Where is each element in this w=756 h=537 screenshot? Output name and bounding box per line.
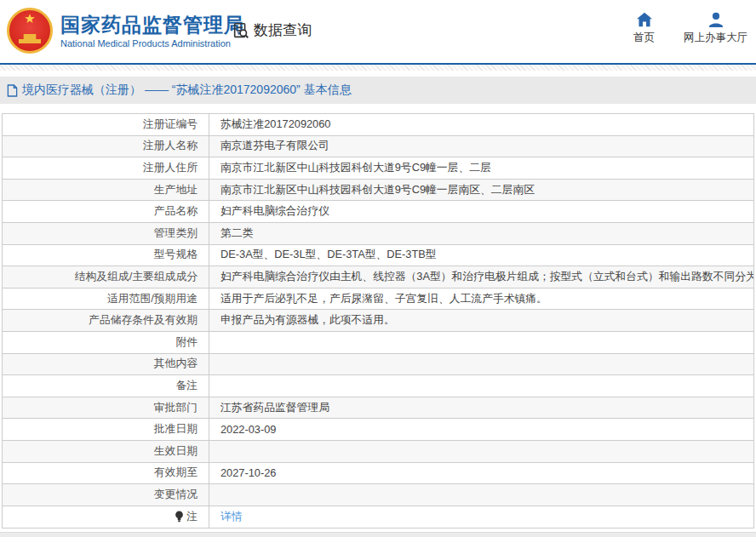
row-value: 详情 <box>209 506 753 528</box>
table-row: 产品名称 妇产科电脑综合治疗仪 <box>3 201 753 223</box>
row-label: 注 <box>3 506 209 528</box>
row-label-text: 结构及组成/主要组成成分 <box>75 270 198 284</box>
row-label-text: 附件 <box>175 335 198 350</box>
row-label: 生效日期 <box>3 441 209 462</box>
detail-link[interactable]: 详情 <box>220 510 243 524</box>
row-label: 备注 <box>3 375 209 397</box>
user-icon <box>707 12 724 27</box>
table-row: 注册人名称 南京道芬电子有限公司 <box>3 136 753 158</box>
row-value <box>209 332 753 353</box>
table-row: 产品储存条件及有效期 申报产品为有源器械，此项不适用。 <box>3 310 753 332</box>
site-subtitle: National Medical Products Administration <box>60 38 244 49</box>
row-label: 适用范围/预期用途 <box>3 288 209 310</box>
table-row: 附件 <box>3 332 753 354</box>
document-search-icon <box>232 21 250 40</box>
row-label: 审批部门 <box>3 397 209 419</box>
row-label: 结构及组成/主要组成成分 <box>3 266 209 288</box>
nav-service-hall-label: 网上办事大厅 <box>684 31 747 45</box>
row-value: 2027-10-26 <box>209 463 753 484</box>
row-value: DE-3A型、DE-3L型、DE-3TA型、DE-3TB型 <box>209 245 753 266</box>
row-label-text: 生效日期 <box>154 444 198 459</box>
row-label-text: 注册人名称 <box>143 139 198 153</box>
row-value: 南京道芬电子有限公司 <box>209 136 753 157</box>
table-row: 变更情况 <box>3 484 753 506</box>
table-row: 生效日期 <box>3 441 753 463</box>
national-emblem-icon: ★ <box>7 8 53 54</box>
row-value: 妇产科电脑综合治疗仪由主机、线控器（3A型）和治疗电极片组成；按型式（立式和台式… <box>209 266 753 288</box>
row-label: 注册证编号 <box>3 114 209 135</box>
nav-home-label: 首页 <box>633 31 655 45</box>
row-value: 南京市江北新区中山科技园科创大道9号C9幢一层、二层 <box>209 157 753 179</box>
row-label-text: 产品名称 <box>154 204 198 219</box>
row-label: 变更情况 <box>3 484 209 506</box>
row-label-text: 注 <box>186 510 198 524</box>
row-value: 2022-03-09 <box>209 419 753 440</box>
nav-service-hall[interactable]: 网上办事大厅 <box>684 12 747 45</box>
row-value: 南京市江北新区中山科技园科创大道9号C9幢一层南区、二层南区 <box>209 180 753 201</box>
table-row: 生产地址 南京市江北新区中山科技园科创大道9号C9幢一层南区、二层南区 <box>3 180 753 202</box>
row-label-text: 备注 <box>175 379 198 393</box>
row-label: 管理类别 <box>3 223 209 244</box>
row-label-text: 注册人住所 <box>143 161 198 175</box>
row-label: 批准日期 <box>3 419 209 440</box>
row-value: 第二类 <box>209 223 753 244</box>
brand-logo[interactable]: ★ 国家药品监督管理局 National Medical Products Ad… <box>7 8 244 54</box>
row-label-text: 变更情况 <box>154 488 198 502</box>
table-row: 管理类别 第二类 <box>3 223 753 245</box>
table-row: 型号规格 DE-3A型、DE-3L型、DE-3TA型、DE-3TB型 <box>3 245 753 267</box>
table-row: 批准日期 2022-03-09 <box>3 419 753 441</box>
page: ★ 国家药品监督管理局 National Medical Products Ad… <box>0 0 756 537</box>
row-label: 注册人名称 <box>3 136 209 157</box>
row-label-text: 型号规格 <box>154 248 198 262</box>
row-value: 妇产科电脑综合治疗仪 <box>209 201 753 222</box>
row-value: 申报产品为有源器械，此项不适用。 <box>209 310 753 331</box>
row-value: 适用于产后泌乳不足，产后尿潴留、子宫复旧、人工流产手术镇痛。 <box>209 288 753 310</box>
row-value <box>209 441 753 462</box>
row-label: 附件 <box>3 332 209 353</box>
nav-home[interactable]: 首页 <box>633 12 655 45</box>
row-label-text: 有效期至 <box>154 466 198 480</box>
table-row: 其他内容 <box>3 354 753 376</box>
lightbulb-icon <box>175 511 184 523</box>
brand-text: 国家药品监督管理局 National Medical Products Admi… <box>60 14 244 49</box>
emblem-star: ★ <box>24 12 35 25</box>
row-value <box>209 484 753 506</box>
row-label: 产品名称 <box>3 201 209 222</box>
table-row: 注 详情 <box>3 506 753 528</box>
row-label-text: 管理类别 <box>154 226 198 241</box>
row-value <box>209 375 753 397</box>
row-value: 江苏省药品监督管理局 <box>209 397 753 419</box>
row-label-text: 审批部门 <box>154 401 198 415</box>
row-label: 生产地址 <box>3 180 209 201</box>
table-row: 注册证编号 苏械注准20172092060 <box>3 114 753 136</box>
row-label: 注册人住所 <box>3 157 209 179</box>
table-row: 备注 <box>3 375 753 397</box>
row-value <box>209 354 753 375</box>
row-label: 型号规格 <box>3 245 209 266</box>
row-label: 有效期至 <box>3 463 209 484</box>
row-label-text: 注册证编号 <box>143 117 198 132</box>
table-row: 注册人住所 南京市江北新区中山科技园科创大道9号C9幢一层、二层 <box>3 157 753 180</box>
top-nav: 首页 网上办事大厅 <box>633 12 747 45</box>
row-label: 产品储存条件及有效期 <box>3 310 209 331</box>
table-row: 有效期至 2027-10-26 <box>3 463 753 485</box>
home-icon <box>636 12 653 27</box>
table-row: 结构及组成/主要组成成分 妇产科电脑综合治疗仪由主机、线控器（3A型）和治疗电极… <box>3 266 753 288</box>
row-label-text: 适用范围/预期用途 <box>107 292 198 306</box>
site-header: ★ 国家药品监督管理局 National Medical Products Ad… <box>0 0 756 63</box>
emblem-gate <box>19 34 41 43</box>
breadcrumb-text: 境内医疗器械（注册） —— “苏械注准20172092060” 基本信息 <box>22 83 352 98</box>
registration-info-table: 注册证编号 苏械注准20172092060 注册人名称 南京道芬电子有限公司 注… <box>2 113 754 528</box>
row-label-text: 其他内容 <box>154 357 198 371</box>
row-label-text: 产品储存条件及有效期 <box>89 313 198 328</box>
site-title: 国家药品监督管理局 <box>60 14 244 36</box>
row-label: 其他内容 <box>3 354 209 375</box>
table-row: 适用范围/预期用途 适用于产后泌乳不足，产后尿潴留、子宫复旧、人工流产手术镇痛。 <box>3 288 753 311</box>
table-row: 审批部门 江苏省药品监督管理局 <box>3 397 753 420</box>
row-label-text: 生产地址 <box>154 183 198 197</box>
row-value: 苏械注准20172092060 <box>209 114 753 135</box>
hatch-band <box>0 65 756 71</box>
data-query-tab[interactable]: 数据查询 <box>232 20 312 40</box>
data-query-label: 数据查询 <box>254 20 312 40</box>
row-label-text: 批准日期 <box>154 422 198 437</box>
